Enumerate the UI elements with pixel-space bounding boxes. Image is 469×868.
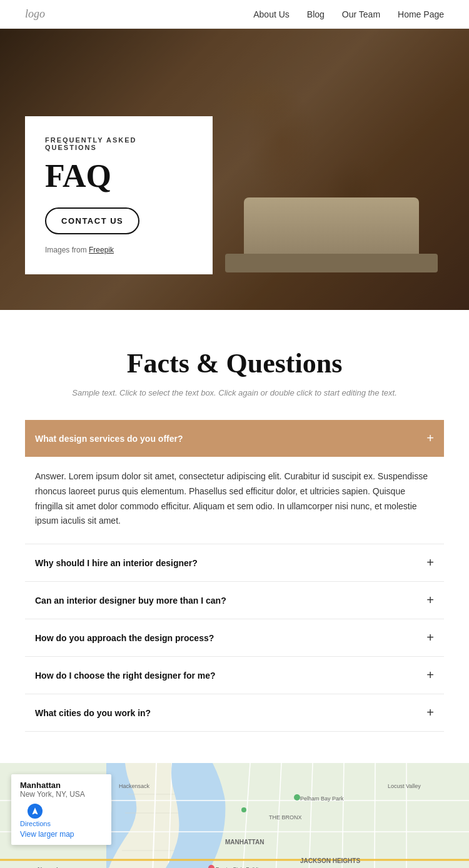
- faq-question-label-1: Why should I hire an interior designer?: [35, 558, 198, 568]
- view-larger-map-link[interactable]: View larger map: [20, 830, 103, 839]
- faq-question-label-3: How do you approach the design process?: [35, 633, 214, 643]
- faq-toggle-icon-3: +: [426, 631, 434, 645]
- faq-item-4: How do I choose the right designer for m…: [25, 657, 444, 694]
- map-popup-actions: Directions: [20, 804, 103, 827]
- faq-item-5: What cities do you work in? +: [25, 694, 444, 732]
- faq-question-3[interactable]: How do you approach the design process? …: [25, 619, 444, 656]
- freepik-link[interactable]: Freepik: [89, 246, 114, 254]
- facts-sample-text: Sample text. Click to select the text bo…: [25, 388, 444, 397]
- faq-question-2[interactable]: Can an interior designer buy more than I…: [25, 582, 444, 619]
- faq-question-5[interactable]: What cities do you work in? +: [25, 694, 444, 731]
- navbar: logo About Us Blog Our Team Home Page: [0, 0, 469, 29]
- map-location-sub: New York, NY, USA: [20, 790, 103, 799]
- faq-question-label-5: What cities do you work in?: [35, 708, 151, 718]
- faq-list: What design services do you offer? + Ans…: [25, 420, 444, 732]
- faq-toggle-icon-2: +: [426, 593, 434, 607]
- logo: logo: [25, 7, 45, 21]
- directions-button[interactable]: Directions: [20, 804, 51, 827]
- faq-question-label-2: Can an interior designer buy more than I…: [35, 596, 226, 606]
- map-popup: Manhattan New York, NY, USA Directions V…: [11, 774, 111, 845]
- faq-item-2: Can an interior designer buy more than I…: [25, 582, 444, 619]
- nav-about[interactable]: About Us: [253, 9, 290, 19]
- nav-our-team[interactable]: Our Team: [342, 9, 380, 19]
- hero-decoration: [244, 197, 419, 272]
- faq-toggle-icon-5: +: [426, 706, 434, 720]
- images-prefix: Images from: [45, 246, 87, 254]
- faq-question-label-4: How do I choose the right designer for m…: [35, 671, 216, 681]
- nav-blog[interactable]: Blog: [307, 9, 325, 19]
- svg-text:JACKSON HEIGHTS: JACKSON HEIGHTS: [300, 857, 360, 864]
- faq-question-1[interactable]: Why should I hire an interior designer? …: [25, 544, 444, 581]
- nav-home-page[interactable]: Home Page: [398, 9, 444, 19]
- navigation-icon: [31, 807, 39, 816]
- faq-item-1: Why should I hire an interior designer? …: [25, 544, 444, 582]
- hero-card: FREQUENTLY ASKED QUESTIONS FAQ CONTACT U…: [25, 116, 213, 274]
- map-section: MANHATTAN ASTORIA JACKSON HEIGHTS QUEENS…: [0, 763, 469, 868]
- directions-label: Directions: [20, 820, 51, 827]
- svg-text:MANHATTAN: MANHATTAN: [225, 839, 264, 846]
- map-location-title: Manhattan: [20, 781, 103, 790]
- hero-section: FREQUENTLY ASKED QUESTIONS FAQ CONTACT U…: [0, 29, 469, 310]
- images-credit: Images from Freepik: [45, 246, 190, 254]
- svg-text:Pelham Bay Park: Pelham Bay Park: [300, 796, 344, 802]
- svg-text:THE BRONX: THE BRONX: [269, 814, 302, 821]
- facts-section: Facts & Questions Sample text. Click to …: [0, 310, 469, 757]
- hero-title: FAQ: [45, 160, 190, 192]
- faq-toggle-icon-1: +: [426, 556, 434, 570]
- nav-links: About Us Blog Our Team Home Page: [253, 9, 444, 19]
- faq-answer-0: Answer. Lorem ipsum dolor sit amet, cons…: [25, 457, 444, 544]
- svg-point-39: [241, 807, 246, 812]
- faq-toggle-icon-4: +: [426, 668, 434, 682]
- directions-icon: [28, 804, 43, 819]
- faq-question-4[interactable]: How do I choose the right designer for m…: [25, 657, 444, 694]
- svg-rect-10: [213, 763, 469, 868]
- facts-heading: Facts & Questions: [25, 347, 444, 379]
- contact-us-button[interactable]: CONTACT US: [45, 207, 139, 234]
- hero-subtitle: FREQUENTLY ASKED QUESTIONS: [45, 136, 190, 151]
- faq-item-0: What design services do you offer? + Ans…: [25, 420, 444, 544]
- faq-toggle-icon-0: +: [426, 431, 434, 446]
- svg-text:Hackensack: Hackensack: [119, 783, 150, 789]
- svg-point-38: [294, 794, 300, 801]
- faq-item-3: How do you approach the design process? …: [25, 619, 444, 657]
- faq-question-label-0: What design services do you offer?: [35, 434, 183, 444]
- faq-question-0[interactable]: What design services do you offer? +: [25, 420, 444, 457]
- svg-text:Locust Valley: Locust Valley: [388, 783, 421, 789]
